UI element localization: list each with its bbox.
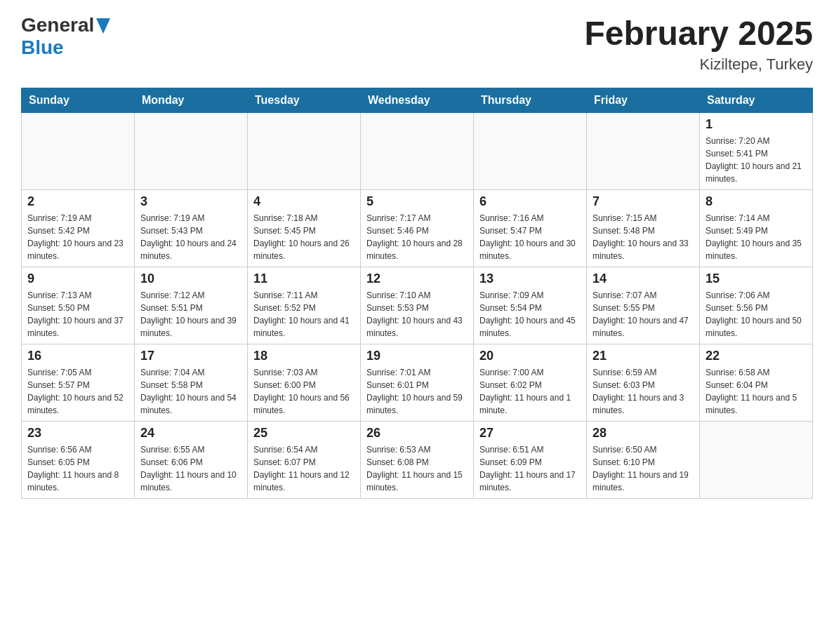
day-number: 9	[27, 271, 128, 286]
table-row: 26Sunrise: 6:53 AMSunset: 6:08 PMDayligh…	[361, 422, 474, 499]
day-info: Sunrise: 6:53 AMSunset: 6:08 PMDaylight:…	[366, 443, 468, 494]
day-number: 23	[27, 426, 128, 441]
day-info: Sunrise: 6:56 AMSunset: 6:05 PMDaylight:…	[27, 443, 128, 494]
day-info: Sunrise: 7:14 AMSunset: 5:49 PMDaylight:…	[706, 212, 807, 262]
table-row: 21Sunrise: 6:59 AMSunset: 6:03 PMDayligh…	[587, 344, 700, 422]
col-thursday: Thursday	[474, 88, 587, 113]
calendar-table: Sunday Monday Tuesday Wednesday Thursday…	[21, 88, 813, 499]
calendar-week-row: 16Sunrise: 7:05 AMSunset: 5:57 PMDayligh…	[22, 344, 813, 422]
day-number: 17	[140, 349, 241, 363]
col-wednesday: Wednesday	[361, 88, 474, 113]
day-number: 26	[366, 426, 468, 441]
day-number: 3	[140, 194, 241, 209]
title-area: February 2025 Kiziltepe, Turkey	[584, 14, 813, 74]
day-info: Sunrise: 7:15 AMSunset: 5:48 PMDaylight:…	[593, 212, 694, 262]
table-row: 10Sunrise: 7:12 AMSunset: 5:51 PMDayligh…	[135, 267, 248, 344]
day-info: Sunrise: 7:11 AMSunset: 5:52 PMDaylight:…	[253, 289, 355, 340]
table-row: 27Sunrise: 6:51 AMSunset: 6:09 PMDayligh…	[474, 422, 587, 499]
day-info: Sunrise: 6:54 AMSunset: 6:07 PMDaylight:…	[253, 443, 355, 494]
col-monday: Monday	[135, 88, 248, 113]
day-number: 6	[479, 194, 581, 209]
day-info: Sunrise: 6:55 AMSunset: 6:06 PMDaylight:…	[140, 443, 241, 494]
logo-triangle-icon	[96, 18, 110, 34]
day-number: 11	[253, 271, 355, 286]
calendar-week-row: 9Sunrise: 7:13 AMSunset: 5:50 PMDaylight…	[22, 267, 813, 344]
day-number: 14	[593, 271, 694, 286]
table-row: 12Sunrise: 7:10 AMSunset: 5:53 PMDayligh…	[361, 267, 474, 344]
logo-general-text: General	[21, 14, 94, 36]
table-row: 6Sunrise: 7:16 AMSunset: 5:47 PMDaylight…	[474, 190, 587, 267]
day-number: 28	[593, 426, 694, 441]
col-saturday: Saturday	[700, 88, 813, 113]
day-number: 18	[253, 349, 355, 363]
table-row: 7Sunrise: 7:15 AMSunset: 5:48 PMDaylight…	[587, 190, 700, 267]
day-info: Sunrise: 6:51 AMSunset: 6:09 PMDaylight:…	[479, 443, 581, 494]
day-info: Sunrise: 7:17 AMSunset: 5:46 PMDaylight:…	[366, 212, 468, 262]
table-row: 18Sunrise: 7:03 AMSunset: 6:00 PMDayligh…	[248, 344, 361, 422]
day-info: Sunrise: 7:03 AMSunset: 6:00 PMDaylight:…	[253, 366, 355, 417]
col-friday: Friday	[587, 88, 700, 113]
day-number: 4	[253, 194, 355, 209]
table-row: 17Sunrise: 7:04 AMSunset: 5:58 PMDayligh…	[135, 344, 248, 422]
table-row	[135, 113, 248, 190]
day-number: 12	[366, 271, 468, 286]
table-row: 4Sunrise: 7:18 AMSunset: 5:45 PMDaylight…	[248, 190, 361, 267]
day-number: 21	[593, 349, 694, 363]
table-row: 14Sunrise: 7:07 AMSunset: 5:55 PMDayligh…	[587, 267, 700, 344]
table-row: 28Sunrise: 6:50 AMSunset: 6:10 PMDayligh…	[587, 422, 700, 499]
day-info: Sunrise: 7:05 AMSunset: 5:57 PMDaylight:…	[27, 366, 128, 417]
calendar-week-row: 2Sunrise: 7:19 AMSunset: 5:42 PMDaylight…	[22, 190, 813, 267]
day-info: Sunrise: 7:07 AMSunset: 5:55 PMDaylight:…	[593, 289, 694, 340]
day-number: 13	[479, 271, 581, 286]
day-info: Sunrise: 6:59 AMSunset: 6:03 PMDaylight:…	[593, 366, 694, 417]
day-number: 7	[593, 194, 694, 209]
day-number: 10	[140, 271, 241, 286]
day-number: 24	[140, 426, 241, 441]
table-row: 5Sunrise: 7:17 AMSunset: 5:46 PMDaylight…	[361, 190, 474, 267]
day-number: 20	[479, 349, 581, 363]
table-row: 22Sunrise: 6:58 AMSunset: 6:04 PMDayligh…	[700, 344, 813, 422]
table-row: 1Sunrise: 7:20 AMSunset: 5:41 PMDaylight…	[700, 113, 813, 190]
day-info: Sunrise: 7:01 AMSunset: 6:01 PMDaylight:…	[366, 366, 468, 417]
table-row: 9Sunrise: 7:13 AMSunset: 5:50 PMDaylight…	[22, 267, 135, 344]
day-info: Sunrise: 7:09 AMSunset: 5:54 PMDaylight:…	[479, 289, 581, 340]
table-row: 11Sunrise: 7:11 AMSunset: 5:52 PMDayligh…	[248, 267, 361, 344]
table-row: 23Sunrise: 6:56 AMSunset: 6:05 PMDayligh…	[22, 422, 135, 499]
table-row: 2Sunrise: 7:19 AMSunset: 5:42 PMDaylight…	[22, 190, 135, 267]
calendar-week-row: 1Sunrise: 7:20 AMSunset: 5:41 PMDaylight…	[22, 113, 813, 190]
table-row	[22, 113, 135, 190]
logo-blue-text: Blue	[21, 36, 64, 59]
day-info: Sunrise: 7:13 AMSunset: 5:50 PMDaylight:…	[27, 289, 128, 340]
day-info: Sunrise: 6:58 AMSunset: 6:04 PMDaylight:…	[706, 366, 807, 417]
table-row: 13Sunrise: 7:09 AMSunset: 5:54 PMDayligh…	[474, 267, 587, 344]
calendar-header-row: Sunday Monday Tuesday Wednesday Thursday…	[22, 88, 813, 113]
col-sunday: Sunday	[22, 88, 135, 113]
day-number: 2	[27, 194, 128, 209]
day-info: Sunrise: 6:50 AMSunset: 6:10 PMDaylight:…	[593, 443, 694, 494]
table-row	[700, 422, 813, 499]
day-info: Sunrise: 7:10 AMSunset: 5:53 PMDaylight:…	[366, 289, 468, 340]
day-info: Sunrise: 7:12 AMSunset: 5:51 PMDaylight:…	[140, 289, 241, 340]
location-subtitle: Kiziltepe, Turkey	[584, 55, 813, 74]
day-info: Sunrise: 7:19 AMSunset: 5:43 PMDaylight:…	[140, 212, 241, 262]
col-tuesday: Tuesday	[248, 88, 361, 113]
day-info: Sunrise: 7:20 AMSunset: 5:41 PMDaylight:…	[706, 135, 807, 185]
table-row: 19Sunrise: 7:01 AMSunset: 6:01 PMDayligh…	[361, 344, 474, 422]
table-row: 3Sunrise: 7:19 AMSunset: 5:43 PMDaylight…	[135, 190, 248, 267]
day-number: 5	[366, 194, 468, 209]
table-row: 15Sunrise: 7:06 AMSunset: 5:56 PMDayligh…	[700, 267, 813, 344]
calendar-title: February 2025	[584, 14, 813, 53]
logo: General Blue	[21, 14, 110, 59]
day-info: Sunrise: 7:00 AMSunset: 6:02 PMDaylight:…	[479, 366, 581, 417]
table-row: 8Sunrise: 7:14 AMSunset: 5:49 PMDaylight…	[700, 190, 813, 267]
table-row	[361, 113, 474, 190]
day-number: 27	[479, 426, 581, 441]
table-row: 24Sunrise: 6:55 AMSunset: 6:06 PMDayligh…	[135, 422, 248, 499]
table-row	[587, 113, 700, 190]
day-number: 25	[253, 426, 355, 441]
svg-marker-0	[96, 18, 110, 34]
day-number: 16	[27, 349, 128, 363]
day-number: 15	[706, 271, 807, 286]
day-number: 8	[706, 194, 807, 209]
day-info: Sunrise: 7:18 AMSunset: 5:45 PMDaylight:…	[253, 212, 355, 262]
